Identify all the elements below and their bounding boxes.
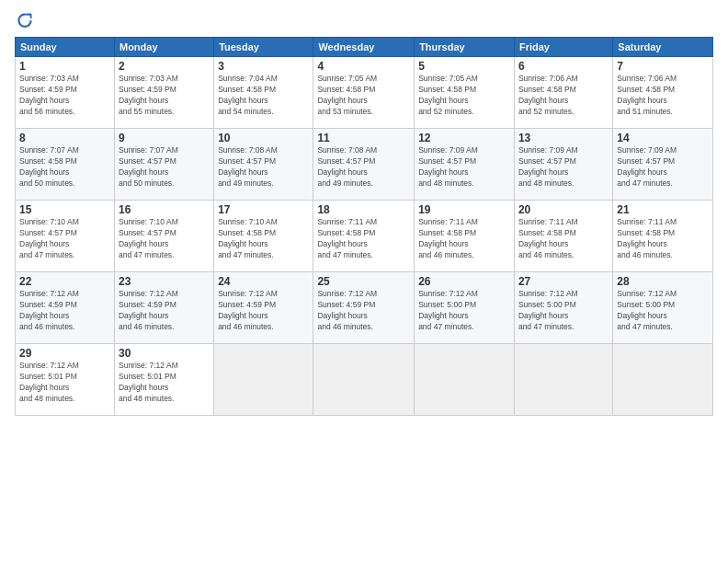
calendar-cell: 8 Sunrise: 7:07 AM Sunset: 4:58 PM Dayli… <box>16 129 115 201</box>
calendar-cell: 29 Sunrise: 7:12 AM Sunset: 5:01 PM Dayl… <box>16 344 115 416</box>
day-info: Sunrise: 7:12 AM Sunset: 5:01 PM Dayligh… <box>19 361 110 405</box>
calendar-cell: 10 Sunrise: 7:08 AM Sunset: 4:57 PM Dayl… <box>214 129 313 201</box>
day-number: 10 <box>218 132 309 144</box>
day-number: 9 <box>119 132 210 144</box>
day-info: Sunrise: 7:05 AM Sunset: 4:58 PM Dayligh… <box>317 74 410 118</box>
calendar-cell: 20 Sunrise: 7:11 AM Sunset: 4:58 PM Dayl… <box>514 201 612 272</box>
week-row-3: 15 Sunrise: 7:10 AM Sunset: 4:57 PM Dayl… <box>16 201 713 272</box>
day-number: 27 <box>518 275 609 288</box>
calendar-cell: 27 Sunrise: 7:12 AM Sunset: 5:00 PM Dayl… <box>514 272 612 344</box>
day-number: 22 <box>19 275 110 288</box>
week-row-1: 1 Sunrise: 7:03 AM Sunset: 4:59 PM Dayli… <box>16 57 713 129</box>
calendar-cell: 28 Sunrise: 7:12 AM Sunset: 5:00 PM Dayl… <box>613 272 713 344</box>
calendar-cell: 12 Sunrise: 7:09 AM Sunset: 4:57 PM Dayl… <box>415 129 515 201</box>
day-number: 3 <box>218 60 309 73</box>
day-number: 13 <box>518 132 609 144</box>
calendar-cell: 2 Sunrise: 7:03 AM Sunset: 4:59 PM Dayli… <box>114 57 213 129</box>
day-number: 5 <box>418 60 510 73</box>
day-number: 15 <box>19 203 110 216</box>
header-cell-thursday: Thursday <box>415 38 515 57</box>
day-info: Sunrise: 7:08 AM Sunset: 4:57 PM Dayligh… <box>317 145 410 190</box>
day-info: Sunrise: 7:08 AM Sunset: 4:57 PM Dayligh… <box>218 145 309 190</box>
day-info: Sunrise: 7:09 AM Sunset: 4:57 PM Dayligh… <box>518 145 609 190</box>
day-number: 24 <box>218 275 309 288</box>
day-info: Sunrise: 7:12 AM Sunset: 5:00 PM Dayligh… <box>418 289 510 333</box>
day-info: Sunrise: 7:12 AM Sunset: 5:01 PM Dayligh… <box>119 361 210 405</box>
calendar-cell: 17 Sunrise: 7:10 AM Sunset: 4:58 PM Dayl… <box>214 201 313 272</box>
day-info: Sunrise: 7:10 AM Sunset: 4:57 PM Dayligh… <box>19 217 110 261</box>
week-row-2: 8 Sunrise: 7:07 AM Sunset: 4:58 PM Dayli… <box>16 129 713 201</box>
day-info: Sunrise: 7:04 AM Sunset: 4:58 PM Dayligh… <box>218 74 309 118</box>
day-number: 12 <box>418 132 510 144</box>
calendar-cell: 30 Sunrise: 7:12 AM Sunset: 5:01 PM Dayl… <box>114 344 213 416</box>
day-number: 25 <box>317 275 410 288</box>
calendar-cell: 23 Sunrise: 7:12 AM Sunset: 4:59 PM Dayl… <box>114 272 213 344</box>
day-info: Sunrise: 7:12 AM Sunset: 4:59 PM Dayligh… <box>19 289 110 333</box>
day-info: Sunrise: 7:12 AM Sunset: 4:59 PM Dayligh… <box>119 289 210 333</box>
calendar-cell: 4 Sunrise: 7:05 AM Sunset: 4:58 PM Dayli… <box>313 57 415 129</box>
day-info: Sunrise: 7:05 AM Sunset: 4:58 PM Dayligh… <box>418 74 510 118</box>
day-info: Sunrise: 7:10 AM Sunset: 4:58 PM Dayligh… <box>218 217 309 261</box>
calendar-cell: 19 Sunrise: 7:11 AM Sunset: 4:58 PM Dayl… <box>415 201 515 272</box>
week-row-5: 29 Sunrise: 7:12 AM Sunset: 5:01 PM Dayl… <box>16 344 713 416</box>
header-cell-tuesday: Tuesday <box>214 38 313 57</box>
day-info: Sunrise: 7:12 AM Sunset: 5:00 PM Dayligh… <box>617 289 709 333</box>
day-number: 14 <box>617 132 709 144</box>
day-number: 2 <box>119 60 210 73</box>
calendar-cell <box>313 344 415 416</box>
calendar-cell: 6 Sunrise: 7:06 AM Sunset: 4:58 PM Dayli… <box>514 57 612 129</box>
day-info: Sunrise: 7:11 AM Sunset: 4:58 PM Dayligh… <box>418 217 510 261</box>
day-number: 4 <box>317 60 410 73</box>
day-number: 1 <box>19 60 110 73</box>
day-info: Sunrise: 7:12 AM Sunset: 4:59 PM Dayligh… <box>317 289 410 333</box>
logo <box>15 11 39 31</box>
day-number: 28 <box>617 275 709 288</box>
day-number: 16 <box>119 203 210 216</box>
day-number: 19 <box>418 203 510 216</box>
day-info: Sunrise: 7:12 AM Sunset: 4:59 PM Dayligh… <box>218 289 309 333</box>
day-info: Sunrise: 7:11 AM Sunset: 4:58 PM Dayligh… <box>617 217 709 261</box>
calendar-cell: 14 Sunrise: 7:09 AM Sunset: 4:57 PM Dayl… <box>613 129 713 201</box>
day-number: 21 <box>617 203 709 216</box>
calendar-cell: 22 Sunrise: 7:12 AM Sunset: 4:59 PM Dayl… <box>16 272 115 344</box>
day-number: 30 <box>119 347 210 360</box>
day-number: 17 <box>218 203 309 216</box>
calendar-cell: 18 Sunrise: 7:11 AM Sunset: 4:58 PM Dayl… <box>313 201 415 272</box>
day-info: Sunrise: 7:07 AM Sunset: 4:57 PM Dayligh… <box>119 145 210 190</box>
header-cell-wednesday: Wednesday <box>313 38 415 57</box>
calendar-cell: 9 Sunrise: 7:07 AM Sunset: 4:57 PM Dayli… <box>114 129 213 201</box>
day-number: 29 <box>19 347 110 360</box>
calendar-cell <box>415 344 515 416</box>
day-info: Sunrise: 7:06 AM Sunset: 4:58 PM Dayligh… <box>518 74 609 118</box>
day-number: 11 <box>317 132 410 144</box>
day-number: 20 <box>518 203 609 216</box>
calendar-table: SundayMondayTuesdayWednesdayThursdayFrid… <box>15 37 713 416</box>
calendar-cell: 24 Sunrise: 7:12 AM Sunset: 4:59 PM Dayl… <box>214 272 313 344</box>
header-cell-sunday: Sunday <box>16 38 115 57</box>
day-info: Sunrise: 7:09 AM Sunset: 4:57 PM Dayligh… <box>617 145 709 190</box>
calendar-cell: 1 Sunrise: 7:03 AM Sunset: 4:59 PM Dayli… <box>16 57 115 129</box>
calendar-cell: 25 Sunrise: 7:12 AM Sunset: 4:59 PM Dayl… <box>313 272 415 344</box>
calendar-cell: 13 Sunrise: 7:09 AM Sunset: 4:57 PM Dayl… <box>514 129 612 201</box>
calendar-cell: 5 Sunrise: 7:05 AM Sunset: 4:58 PM Dayli… <box>415 57 515 129</box>
calendar-cell <box>514 344 612 416</box>
calendar-cell: 21 Sunrise: 7:11 AM Sunset: 4:58 PM Dayl… <box>613 201 713 272</box>
day-number: 23 <box>119 275 210 288</box>
day-number: 6 <box>518 60 609 73</box>
header-cell-saturday: Saturday <box>613 38 713 57</box>
calendar-cell: 11 Sunrise: 7:08 AM Sunset: 4:57 PM Dayl… <box>313 129 415 201</box>
day-info: Sunrise: 7:11 AM Sunset: 4:58 PM Dayligh… <box>317 217 410 261</box>
day-info: Sunrise: 7:12 AM Sunset: 5:00 PM Dayligh… <box>518 289 609 333</box>
calendar-cell: 16 Sunrise: 7:10 AM Sunset: 4:57 PM Dayl… <box>114 201 213 272</box>
day-info: Sunrise: 7:06 AM Sunset: 4:58 PM Dayligh… <box>617 74 709 118</box>
day-info: Sunrise: 7:11 AM Sunset: 4:58 PM Dayligh… <box>518 217 609 261</box>
logo-icon <box>15 11 35 31</box>
calendar-cell: 7 Sunrise: 7:06 AM Sunset: 4:58 PM Dayli… <box>613 57 713 129</box>
calendar-cell <box>214 344 313 416</box>
page: SundayMondayTuesdayWednesdayThursdayFrid… <box>0 0 728 563</box>
header-row: SundayMondayTuesdayWednesdayThursdayFrid… <box>16 38 713 57</box>
day-info: Sunrise: 7:10 AM Sunset: 4:57 PM Dayligh… <box>119 217 210 261</box>
header <box>15 11 713 31</box>
day-info: Sunrise: 7:07 AM Sunset: 4:58 PM Dayligh… <box>19 145 110 190</box>
header-cell-monday: Monday <box>114 38 213 57</box>
